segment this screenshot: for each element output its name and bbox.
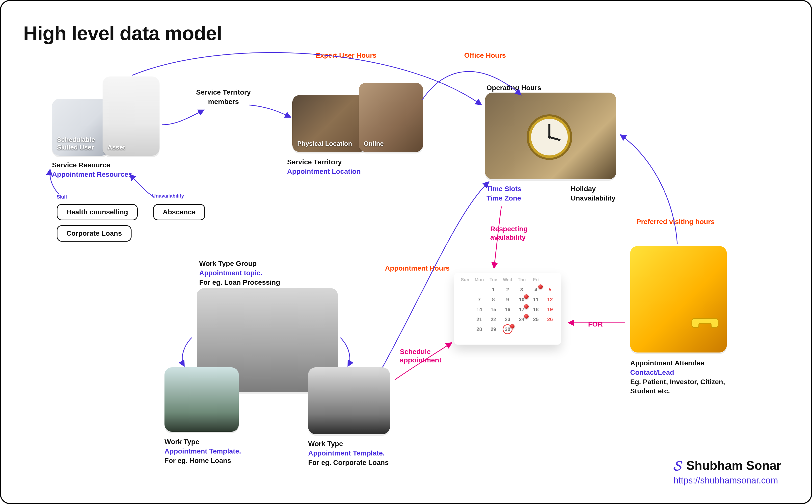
respecting-availability-label: Respecting availability (490, 225, 535, 241)
svg-point-4 (548, 136, 551, 139)
absence-chip: Abscence (153, 204, 205, 220)
skilled-user-image: Schedulable Skilled User (52, 99, 109, 156)
physical-location-image: Physical Location (292, 95, 366, 152)
data-model-diagram: High level data model Expert User Hours … (0, 0, 812, 504)
work-type-right-image (308, 367, 390, 434)
service-territory-label: Service Territory Appointment Location (287, 157, 361, 176)
attendee-image (630, 246, 727, 353)
operating-hours-image (485, 93, 616, 179)
clock-icon (525, 112, 574, 162)
author-footer: 𝓢 Shubham Sonar https://shubhamsonar.com (674, 457, 781, 486)
asset-caption: Asset (107, 144, 125, 151)
work-type-right-label: Work Type Appointment Template. For eg. … (308, 439, 389, 467)
skill-tag: Skill (57, 194, 67, 200)
operating-hours-right-labels: Holiday Unavailability (571, 184, 616, 203)
physical-location-caption: Physical Location (297, 140, 352, 148)
operating-hours-left-labels: Time Slots Time Zone (487, 184, 522, 203)
service-resource-label: Service Resource Appointment Resources (52, 160, 132, 179)
appointment-hours-label: Appointment Hours (385, 264, 450, 272)
skilled-user-caption: Schedulable Skilled User (57, 136, 95, 151)
operating-hours-label: Operating Hours (487, 83, 541, 93)
page-title: High level data model (23, 22, 222, 45)
attendee-label: Appointment Attendee Contact/Lead Eg. Pa… (630, 358, 737, 396)
schedule-appointment-label: Schedule appointment (400, 348, 454, 364)
service-territory-members-label: Service Territory members (190, 88, 257, 106)
office-hours-label: Office Hours (464, 51, 506, 59)
unavailability-tag: Unavailability (152, 193, 184, 199)
for-label: FOR (588, 320, 603, 328)
author-url[interactable]: https://shubhamsonar.com (674, 475, 781, 486)
skill-chip-health: Health counselling (57, 204, 138, 220)
work-type-left-image (164, 367, 239, 432)
calendar: SunMonTueWedThuFri1234578910111214151617… (454, 273, 561, 345)
work-type-left-label: Work Type Appointment Template. For eg. … (164, 437, 241, 465)
skill-chip-loans: Corporate Loans (57, 225, 131, 242)
expert-user-hours-label: Expert User Hours (315, 51, 376, 59)
phone-icon (688, 314, 722, 349)
online-caption: Online (363, 140, 384, 148)
work-type-group-label: Work Type Group Appointment topic. For e… (199, 259, 280, 287)
author-logo-icon: 𝓢 (674, 457, 682, 474)
online-location-image: Online (359, 83, 423, 152)
author-name: Shubham Sonar (686, 458, 781, 473)
asset-image: Asset (103, 76, 159, 156)
preferred-visiting-hours-label: Preferred visiting hours (636, 218, 715, 226)
